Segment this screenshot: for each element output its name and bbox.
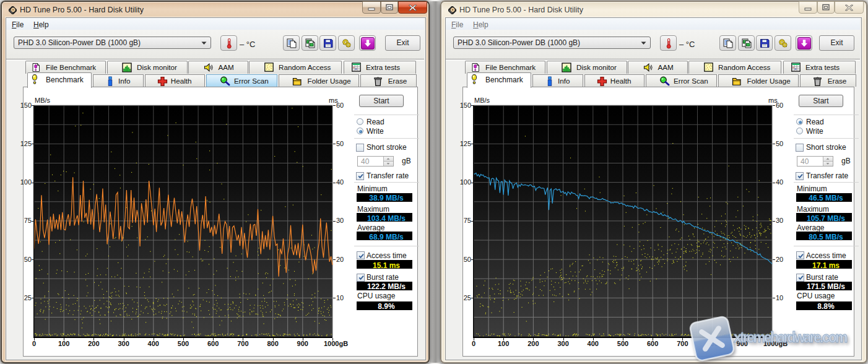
svg-text:xtremehardware.com: xtremehardware.com [734, 329, 848, 345]
